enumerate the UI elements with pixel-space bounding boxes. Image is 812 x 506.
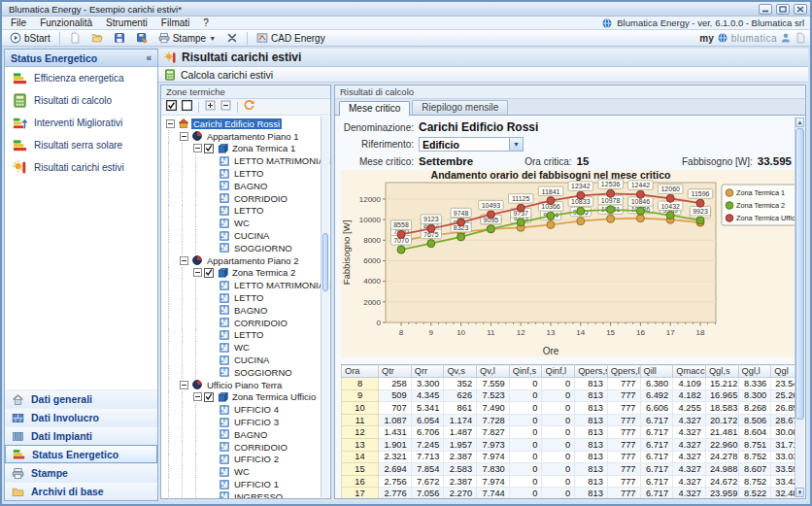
- riferimento-select[interactable]: Edificio ▼: [419, 137, 524, 152]
- tree-node-label[interactable]: BAGNO: [232, 429, 269, 440]
- collapse-node-icon[interactable]: [177, 254, 190, 267]
- tree-node-label[interactable]: SOGGIORNO: [232, 243, 294, 253]
- tools-button[interactable]: [222, 31, 242, 46]
- menu-strumenti[interactable]: Strumenti: [99, 17, 154, 29]
- nav-item-dati-generali[interactable]: Dati generali: [5, 389, 157, 408]
- tree-node-label[interactable]: INGRESSO: [232, 491, 285, 498]
- tree-node[interactable]: LETTO MATRIMONIALE: [163, 154, 330, 167]
- expand-all-button[interactable]: [204, 98, 217, 116]
- tree-node[interactable]: SOGGIORNO: [163, 242, 330, 254]
- tree-node-label[interactable]: LETTO MATRIMONIALE: [232, 155, 330, 166]
- tree-node-label[interactable]: LETTO: [232, 292, 265, 303]
- tree-scrollbar[interactable]: [321, 117, 329, 497]
- tree-node[interactable]: LETTO: [163, 205, 330, 218]
- tree-node-label[interactable]: UFFICIO 3: [232, 417, 281, 427]
- tree-node[interactable]: UFFICIO 1: [163, 478, 330, 490]
- nav-item-stampe[interactable]: Stampe: [5, 463, 157, 482]
- tree-node[interactable]: INGRESSO: [163, 490, 330, 498]
- tree-node-label[interactable]: CORRIDOIO: [232, 318, 289, 328]
- uncheck-all-button[interactable]: [181, 98, 193, 116]
- nav-item-status-energetico[interactable]: Status Energetico: [5, 445, 157, 463]
- new-file-button[interactable]: [65, 31, 85, 46]
- tree-node-label[interactable]: Zona Termica 1: [230, 143, 297, 153]
- minimize-button[interactable]: [759, 4, 772, 15]
- column-header[interactable]: Qill: [640, 365, 673, 378]
- tree-node-label[interactable]: LETTO: [232, 329, 265, 340]
- tree-node[interactable]: LETTO: [163, 329, 330, 342]
- menu-filmati[interactable]: Filmati: [154, 17, 196, 29]
- tree-node-label[interactable]: CUCINA: [232, 230, 271, 241]
- collapse-node-icon[interactable]: [177, 130, 190, 143]
- tree-node[interactable]: Zona Termica 2: [163, 267, 330, 280]
- tree-node[interactable]: CUCINA: [163, 354, 330, 366]
- column-header[interactable]: Qmacc: [673, 365, 706, 378]
- save-button[interactable]: [110, 31, 129, 46]
- tree-node-label[interactable]: Zona Termica 2: [230, 267, 297, 278]
- tree-node[interactable]: CORRIDOIO: [163, 441, 330, 454]
- close-button[interactable]: [794, 4, 807, 15]
- sidebar-item-efficienza-energetica[interactable]: Efficienza energetica: [5, 67, 157, 89]
- tree-node[interactable]: SOGGIORNO: [163, 366, 330, 379]
- sidebar-item-risultati-carichi-estivi[interactable]: Risultati carichi estivi: [5, 156, 157, 179]
- column-header[interactable]: Qpers,s: [575, 365, 608, 378]
- column-header[interactable]: Qinf,s: [509, 365, 542, 378]
- menu-?[interactable]: ?: [196, 17, 216, 29]
- collapse-all-button[interactable]: [220, 98, 232, 116]
- tree-node-label[interactable]: WC: [232, 342, 252, 353]
- tab-mese-critico[interactable]: Mese critico: [339, 101, 410, 116]
- column-header[interactable]: Qv,l: [477, 365, 510, 378]
- calcola-carichi-button[interactable]: Calcola carichi estivi: [158, 67, 808, 83]
- table-row[interactable]: 152.6947.8542.5837.830008137776.7174.327…: [342, 463, 796, 476]
- tree-node-label[interactable]: WC: [232, 218, 252, 228]
- tree-node-label[interactable]: LETTO: [232, 205, 265, 216]
- zone-checkbox[interactable]: [204, 144, 214, 153]
- tree-node-label[interactable]: UFFICIO 2: [232, 454, 281, 464]
- tree-node[interactable]: BAGNO: [163, 180, 330, 192]
- tree-node[interactable]: Appartamento Piano 2: [163, 254, 330, 267]
- tree-node-label[interactable]: CORRIDOIO: [232, 442, 289, 453]
- column-header[interactable]: Qgl: [771, 365, 795, 378]
- tree-node-label[interactable]: BAGNO: [232, 181, 269, 191]
- tree-scrollbar-thumb[interactable]: [322, 233, 328, 291]
- table-row[interactable]: 82583.3003527.559008137776.3804.10915.21…: [342, 378, 796, 390]
- refresh-button[interactable]: [243, 98, 255, 116]
- tree-node[interactable]: UFFICIO 2: [163, 454, 330, 466]
- nav-item-archivi-di-base[interactable]: Archivi di base: [5, 482, 157, 500]
- collapse-node-icon[interactable]: [163, 118, 177, 130]
- scroll-up-icon[interactable]: ▲: [795, 118, 804, 127]
- tree-node-label[interactable]: UFFICIO 4: [232, 404, 281, 415]
- table-row[interactable]: 172.7767.0562.2707.744008137776.7174.327…: [342, 488, 796, 498]
- tree-node-label[interactable]: Zona Termica Ufficio: [230, 391, 318, 402]
- zone-checkbox[interactable]: [204, 392, 214, 402]
- doc-icon[interactable]: [795, 32, 806, 44]
- tree-node[interactable]: BAGNO: [163, 428, 330, 441]
- tree-node[interactable]: CORRIDOIO: [163, 192, 330, 205]
- column-header[interactable]: Qv,s: [444, 365, 477, 378]
- tree-node-label[interactable]: Appartamento Piano 2: [205, 255, 301, 266]
- tree-node[interactable]: LETTO: [163, 167, 330, 180]
- table-row[interactable]: 121.4316.7061.4877.827008137776.7174.327…: [342, 426, 796, 439]
- person-icon[interactable]: [780, 32, 792, 44]
- column-header[interactable]: Qpers,l: [607, 365, 640, 378]
- table-row[interactable]: 107075.3418617.490008137776.6064.25518.5…: [342, 402, 796, 415]
- results-scrollbar-thumb[interactable]: [795, 128, 804, 420]
- column-header[interactable]: Qrr: [411, 365, 444, 378]
- tree-node-label[interactable]: Appartamento Piano 1: [205, 131, 301, 142]
- table-row[interactable]: 111.0876.0541.1747.728008137776.7174.327…: [342, 414, 796, 426]
- menu-file[interactable]: File: [4, 17, 33, 29]
- column-header[interactable]: Ora: [342, 365, 379, 378]
- maximize-button[interactable]: [776, 4, 790, 15]
- save-as-button[interactable]: [132, 31, 152, 46]
- tree-node[interactable]: UFFICIO 3: [163, 416, 330, 428]
- bstart-button[interactable]: bStart: [6, 31, 54, 46]
- tree-node[interactable]: WC: [163, 465, 330, 478]
- scroll-down-icon[interactable]: ▼: [795, 488, 804, 497]
- cad-energy-button[interactable]: CAD Energy: [253, 31, 329, 46]
- tree-node-label[interactable]: Carichi Edificio Rossi: [191, 118, 282, 129]
- chevron-down-icon[interactable]: ▼: [509, 138, 523, 151]
- results-scrollbar[interactable]: ▲ ▼: [795, 118, 804, 497]
- tree-node[interactable]: CORRIDOIO: [163, 317, 330, 329]
- column-header[interactable]: Qinf,l: [542, 365, 575, 378]
- tree-node[interactable]: Ufficio Piano Terra: [163, 379, 330, 391]
- table-row[interactable]: 142.3217.7132.3877.974008137776.7174.327…: [342, 451, 796, 463]
